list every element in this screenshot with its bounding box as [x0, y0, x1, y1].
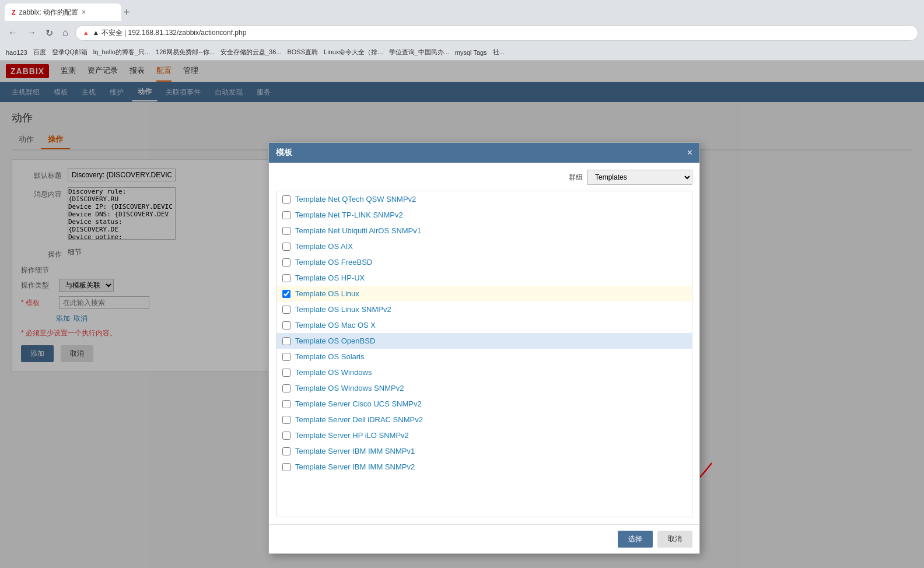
template-item[interactable]: Template OS Solaris	[276, 349, 692, 364]
bookmark-linux[interactable]: Linux命令大全（排...	[324, 48, 383, 57]
template-name: Template OS OpenBSD	[295, 336, 375, 345]
template-checkbox[interactable]	[282, 290, 290, 298]
template-item[interactable]: Template Server IBM IMM SNMPv1	[276, 443, 692, 459]
modal-title: 模板	[276, 148, 292, 158]
bookmark-boss[interactable]: BOSS直聘	[287, 48, 318, 57]
modal-select-button[interactable]: 选择	[618, 531, 653, 548]
modal-close-button[interactable]: ×	[687, 148, 692, 158]
modal-filter-label: 群组	[569, 173, 583, 183]
bookmark-cloud[interactable]: 安全存储的云盘_36...	[220, 48, 282, 57]
security-icon: ▲	[83, 29, 89, 36]
template-name: Template Server IBM IMM SNMPv2	[295, 462, 415, 471]
template-name: Template OS Mac OS X	[295, 321, 376, 329]
template-checkbox[interactable]	[282, 337, 290, 345]
template-item[interactable]: Template OS Mac OS X	[276, 317, 692, 333]
tab-favicon: Z	[12, 9, 16, 16]
template-name: Template OS Windows	[295, 368, 372, 377]
template-name: Template OS Windows SNMPv2	[295, 384, 404, 392]
tab-close-button[interactable]: ×	[82, 8, 86, 16]
template-checkbox[interactable]	[282, 400, 290, 408]
tab-title: zabbix: 动作的配置	[19, 8, 78, 17]
template-checkbox[interactable]	[282, 447, 290, 455]
template-item[interactable]: Template Net QTech QSW SNMPv2	[276, 191, 692, 207]
address-bar[interactable]: ▲ ▲ 不安全 | 192.168.81.132/zabbix/actionco…	[75, 25, 918, 41]
browser-tab[interactable]: Z zabbix: 动作的配置 ×	[5, 3, 121, 21]
bookmark-baidu[interactable]: 百度	[33, 48, 46, 57]
bookmark-126[interactable]: 126网易免费邮--你...	[156, 48, 215, 57]
home-button[interactable]: ⌂	[60, 26, 71, 39]
template-name: Template Server Cisco UCS SNMPv2	[295, 399, 422, 408]
modal-body: 群组 Templates Template Net QTech QSW SNMP…	[269, 163, 699, 524]
bookmark-degree[interactable]: 学位查询_中国民办...	[389, 48, 449, 57]
bookmark-lq[interactable]: lq_hello的博客_只...	[93, 48, 150, 57]
template-checkbox[interactable]	[282, 258, 290, 267]
forward-button[interactable]: →	[24, 26, 38, 39]
template-item[interactable]: Template Server HP iLO SNMPv2	[276, 427, 692, 443]
template-item[interactable]: Template OS Windows	[276, 364, 692, 380]
template-name: Template Server IBM IMM SNMPv1	[295, 447, 415, 455]
modal-group-select[interactable]: Templates	[587, 170, 692, 185]
template-item[interactable]: Template OS AIX	[276, 239, 692, 254]
template-checkbox[interactable]	[282, 321, 290, 329]
back-button[interactable]: ←	[6, 26, 20, 39]
template-item[interactable]: Template Net Ubiquiti AirOS SNMPv1	[276, 223, 692, 239]
template-checkbox[interactable]	[282, 353, 290, 361]
refresh-button[interactable]: ↻	[43, 26, 55, 40]
template-checkbox[interactable]	[282, 416, 290, 424]
template-item[interactable]: Template OS Windows SNMPv2	[276, 380, 692, 396]
url-display: ▲ 不安全 | 192.168.81.132/zabbix/actionconf…	[93, 28, 247, 38]
template-name: Template OS Solaris	[295, 352, 365, 361]
template-name: Template OS Linux SNMPv2	[295, 305, 391, 314]
template-checkbox[interactable]	[282, 432, 290, 440]
modal-cancel-button[interactable]: 取消	[657, 531, 692, 548]
bookmarks-bar: hao123 百度 登录QQ邮箱 lq_hello的博客_只... 126网易免…	[0, 44, 924, 61]
template-modal: 模板 × 群组 Templates Template Net QTech QSW…	[268, 142, 700, 554]
template-name: Template Server HP iLO SNMPv2	[295, 431, 409, 440]
template-name: Template Net TP-LINK SNMPv2	[295, 211, 403, 219]
template-name: Template OS HP-UX	[295, 274, 365, 282]
template-item[interactable]: Template Server Cisco UCS SNMPv2	[276, 396, 692, 412]
template-item[interactable]: Template Server Dell iDRAC SNMPv2	[276, 412, 692, 427]
template-item[interactable]: Template OS Linux SNMPv2	[276, 301, 692, 317]
template-name: Template OS Linux	[295, 289, 359, 298]
modal-header: 模板 ×	[269, 143, 699, 163]
modal-overlay[interactable]: 模板 × 群组 Templates Template Net QTech QSW…	[0, 61, 924, 568]
new-tab-button[interactable]: +	[124, 6, 130, 19]
template-checkbox[interactable]	[282, 384, 290, 392]
template-checkbox[interactable]	[282, 211, 290, 219]
template-checkbox[interactable]	[282, 195, 290, 204]
template-item[interactable]: Template OS HP-UX	[276, 270, 692, 286]
template-name: Template Net Ubiquiti AirOS SNMPv1	[295, 226, 421, 235]
template-name: Template OS AIX	[295, 242, 353, 251]
bookmark-qq[interactable]: 登录QQ邮箱	[52, 48, 88, 57]
template-name: Template Net QTech QSW SNMPv2	[295, 195, 416, 204]
modal-filter-row: 群组 Templates	[276, 170, 692, 185]
template-item[interactable]: Template OS FreeBSD	[276, 254, 692, 270]
template-checkbox[interactable]	[282, 306, 290, 314]
bookmark-hao123[interactable]: hao123	[6, 49, 27, 56]
bookmark-mysql[interactable]: mysql Tags	[455, 49, 487, 56]
template-name: Template OS FreeBSD	[295, 258, 372, 267]
template-checkbox[interactable]	[282, 243, 290, 251]
template-checkbox[interactable]	[282, 227, 290, 235]
template-checkbox[interactable]	[282, 463, 290, 471]
template-item[interactable]: Template OS Linux	[276, 286, 692, 301]
bookmark-social[interactable]: 社...	[493, 48, 505, 57]
template-checkbox[interactable]	[282, 369, 290, 377]
template-item[interactable]: Template Net TP-LINK SNMPv2	[276, 207, 692, 223]
zabbix-app: ZABBIX 监测 资产记录 报表 配置 管理 主机群组 模板 主机 维护 动作…	[0, 61, 924, 568]
template-checkbox[interactable]	[282, 274, 290, 282]
template-item[interactable]: Template OS OpenBSD	[276, 333, 692, 349]
template-name: Template Server Dell iDRAC SNMPv2	[295, 415, 423, 424]
template-item[interactable]: Template Server IBM IMM SNMPv2	[276, 459, 692, 475]
template-list: Template Net QTech QSW SNMPv2Template Ne…	[276, 191, 692, 517]
modal-footer: 选择 取消	[269, 524, 699, 553]
